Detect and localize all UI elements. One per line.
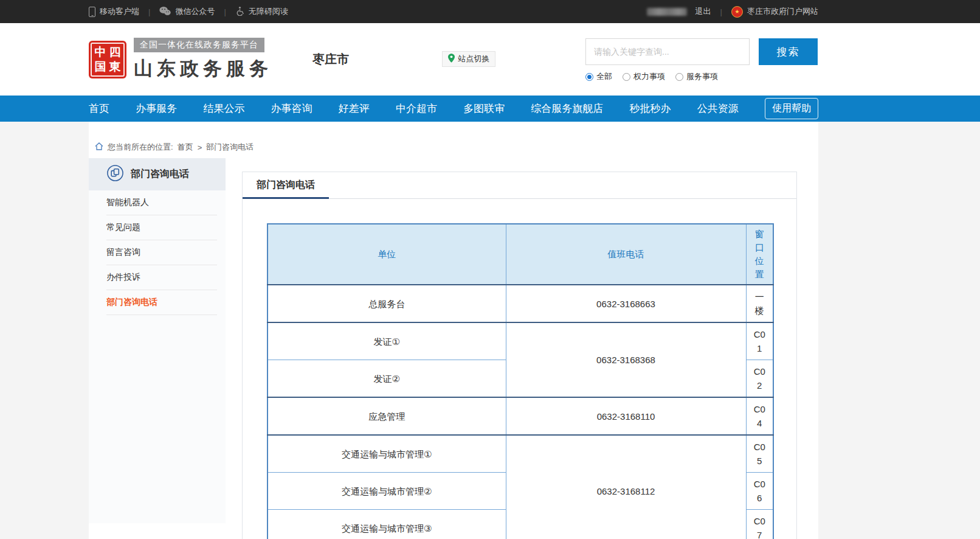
accessibility-icon xyxy=(235,6,244,18)
radio-selected-icon[interactable] xyxy=(585,73,593,81)
site-switch-label: 站点切换 xyxy=(458,54,490,64)
topbar: 移动客户端 | 微信公众号 | 无障碍阅读 退出 | ★ xyxy=(0,0,980,23)
divider: | xyxy=(148,7,150,16)
main-navigation: 首页办事服务结果公示办事咨询好差评中介超市多图联审综合服务旗舰店秒批秒办公共资源… xyxy=(0,96,980,122)
sidebar-title-label: 部门咨询电话 xyxy=(131,168,189,181)
tab-bar: 部门咨询电话 xyxy=(243,172,796,199)
unit-cell: 总服务台 xyxy=(267,285,506,322)
nav-item-10[interactable]: 使用帮助 xyxy=(765,98,818,119)
sidebar-item-3[interactable]: 办件投诉 xyxy=(106,265,217,290)
nav-item-4[interactable]: 好差评 xyxy=(339,100,370,117)
site-switch-button[interactable]: 站点切换 xyxy=(442,51,495,67)
nav-item-5[interactable]: 中介超市 xyxy=(396,100,437,117)
phone-table: 单位值班电话窗口位置 总服务台0632-3168663一楼发证①0632-316… xyxy=(267,223,774,539)
wechat-link[interactable]: 微信公众号 xyxy=(159,6,215,18)
seal-character: 国 xyxy=(95,61,106,72)
position-cell: C01 xyxy=(746,322,773,360)
scope-radio-0[interactable]: 全部 xyxy=(585,71,612,82)
table-row: 总服务台0632-3168663一楼 xyxy=(267,285,773,322)
unit-cell: 发证① xyxy=(267,322,506,360)
unit-cell: 应急管理 xyxy=(267,397,506,435)
phone-cell: 0632-3168368 xyxy=(506,322,746,397)
mobile-phone-icon xyxy=(89,7,95,17)
wechat-label: 微信公众号 xyxy=(175,6,215,17)
seal-character: 東 xyxy=(109,61,121,72)
scope-label: 全部 xyxy=(596,71,612,82)
scope-radio-2[interactable]: 服务事项 xyxy=(675,71,718,82)
unit-cell: 交通运输与城市管理③ xyxy=(267,510,506,539)
search-button[interactable]: 搜索 xyxy=(759,38,818,65)
unit-cell: 交通运输与城市管理① xyxy=(267,435,506,473)
national-emblem-icon: ★ xyxy=(731,6,743,18)
divider: | xyxy=(720,7,722,16)
site-title: 山东政务服务 xyxy=(134,56,272,82)
mobile-client-label: 移动客户端 xyxy=(100,6,139,17)
nav-item-3[interactable]: 办事咨询 xyxy=(271,100,312,117)
tab-department-phones[interactable]: 部门咨询电话 xyxy=(243,172,329,199)
sidebar-item-2[interactable]: 留言咨询 xyxy=(106,240,217,265)
search-input[interactable] xyxy=(585,38,750,65)
portal-label: 枣庄市政府门户网站 xyxy=(747,6,818,17)
phone-cell: 0632-3168663 xyxy=(506,285,746,322)
table-row: 发证①0632-3168368C01 xyxy=(267,322,773,360)
accessibility-link[interactable]: 无障碍阅读 xyxy=(235,6,288,18)
table-row: 应急管理0632-3168110C04 xyxy=(267,397,773,435)
position-cell: C05 xyxy=(746,435,773,473)
shandong-seal-logo: 中四国東 xyxy=(89,41,126,78)
unit-cell: 交通运输与城市管理② xyxy=(267,473,506,510)
sidebar-item-1[interactable]: 常见问题 xyxy=(106,215,217,240)
position-cell: C06 xyxy=(746,473,773,510)
table-header-0: 单位 xyxy=(267,224,506,285)
content-wrapper: 您当前所在的位置: 首页 > 部门咨询电话 部门咨询电话 智能机器人常见问题留言… xyxy=(89,122,818,539)
seal-character: 中 xyxy=(95,46,106,58)
accessibility-label: 无障碍阅读 xyxy=(249,6,288,17)
nav-item-0[interactable]: 首页 xyxy=(89,100,109,117)
mobile-client-link[interactable]: 移动客户端 xyxy=(89,6,139,17)
sidebar-item-4[interactable]: 部门咨询电话 xyxy=(106,290,217,315)
portal-link[interactable]: ★ 枣庄市政府门户网站 xyxy=(731,6,818,18)
nav-item-7[interactable]: 综合服务旗舰店 xyxy=(531,100,603,117)
scope-label: 权力事项 xyxy=(633,71,665,82)
location-pin-icon xyxy=(448,54,455,64)
site-logo[interactable]: 中四国東 全国一体化在线政务服务平台 山东政务服务 xyxy=(89,38,272,82)
scope-label: 服务事项 xyxy=(686,71,718,82)
phone-cell: 0632-3168110 xyxy=(506,397,746,435)
breadcrumb-prefix: 您当前所在的位置: xyxy=(108,142,173,153)
radio-icon[interactable] xyxy=(675,73,683,81)
breadcrumb: 您当前所在的位置: 首页 > 部门咨询电话 xyxy=(89,122,818,153)
logout-link[interactable]: 退出 xyxy=(695,6,711,17)
breadcrumb-separator: > xyxy=(198,143,202,152)
nav-item-2[interactable]: 结果公示 xyxy=(203,100,244,117)
nav-item-6[interactable]: 多图联审 xyxy=(463,100,505,117)
divider: | xyxy=(224,7,226,16)
nav-item-9[interactable]: 公共资源 xyxy=(697,100,739,117)
seal-character: 四 xyxy=(109,46,121,58)
table-row: 交通运输与城市管理①0632-3168112C05 xyxy=(267,435,773,473)
position-cell: C04 xyxy=(746,397,773,435)
position-cell: C07 xyxy=(746,510,773,539)
home-icon xyxy=(95,142,103,152)
table-header-2: 窗口位置 xyxy=(746,224,773,285)
scope-radio-1[interactable]: 权力事项 xyxy=(623,71,665,82)
sidebar-item-0[interactable]: 智能机器人 xyxy=(106,190,217,215)
radio-icon[interactable] xyxy=(623,73,630,81)
breadcrumb-current: 部门咨询电话 xyxy=(206,142,254,153)
city-name: 枣庄市 xyxy=(312,51,349,68)
site-header: 中四国東 全国一体化在线政务服务平台 山东政务服务 枣庄市 站点切换 搜索 全部… xyxy=(0,23,980,96)
position-cell: C02 xyxy=(746,360,773,398)
wechat-icon xyxy=(159,6,171,18)
unit-cell: 发证② xyxy=(267,360,506,398)
table-header-1: 值班电话 xyxy=(506,224,746,285)
platform-badge: 全国一体化在线政务服务平台 xyxy=(134,38,264,52)
nav-item-1[interactable]: 办事服务 xyxy=(136,100,177,117)
phone-cell: 0632-3168112 xyxy=(506,435,746,539)
breadcrumb-home-link[interactable]: 首页 xyxy=(178,142,193,153)
phone-directory-icon xyxy=(106,164,124,184)
main-panel: 部门咨询电话 单位值班电话窗口位置 总服务台0632-3168663一楼发证①0… xyxy=(242,172,797,539)
search-scope-options: 全部权力事项服务事项 xyxy=(585,71,818,82)
position-cell: 一楼 xyxy=(746,285,773,322)
sidebar: 部门咨询电话 智能机器人常见问题留言咨询办件投诉部门咨询电话 xyxy=(89,158,226,523)
nav-item-8[interactable]: 秒批秒办 xyxy=(630,100,671,117)
masked-username xyxy=(647,8,687,16)
sidebar-title: 部门咨询电话 xyxy=(89,158,226,190)
